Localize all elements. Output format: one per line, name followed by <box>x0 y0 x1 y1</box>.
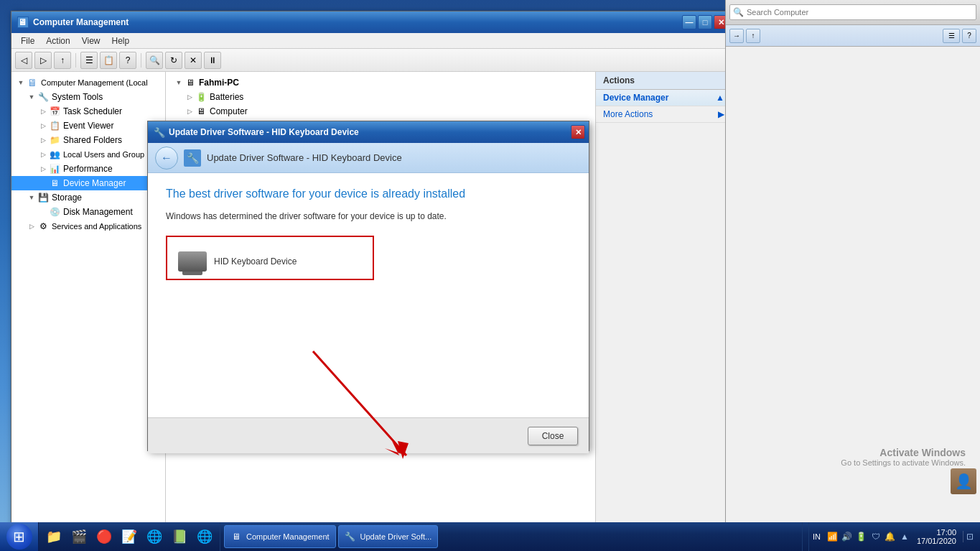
show-desktop[interactable]: ⊡ <box>963 531 974 542</box>
expand-icon: ▷ <box>184 91 195 103</box>
cm-sidebar: ▼ 🖥 Computer Management (Local ▼ 🔧 Syste… <box>11 72 166 527</box>
tree-item-device-manager[interactable]: 🖥 Device Manager <box>11 176 165 190</box>
tree-item-disk-mgmt[interactable]: 💿 Disk Management <box>11 205 165 219</box>
toolbar-back[interactable]: ◁ <box>15 52 32 69</box>
explorer-toolbar: 🔍 <box>726 0 980 25</box>
tree-icon-computer: 🖥 <box>27 77 38 88</box>
cm-titlebar: 🖥 Computer Management — □ ✕ <box>11 11 732 33</box>
menu-view[interactable]: View <box>76 34 106 47</box>
minimize-button[interactable]: — <box>682 15 696 29</box>
systray-antivirus[interactable]: 🛡 <box>870 531 882 542</box>
tree-label-performance: Performance <box>63 164 113 174</box>
ql-explorer[interactable]: 📁 <box>42 525 65 548</box>
tree-item-local-users[interactable]: ▷ 👥 Local Users and Group <box>11 147 165 162</box>
tree-item-services[interactable]: ▷ ⚙ Services and Applications <box>11 219 165 233</box>
toolbar-disable[interactable]: ⏸ <box>204 52 221 69</box>
actions-device-manager-arrow: ▲ <box>716 93 724 103</box>
tree-icon-pc: 🖥 <box>185 77 196 88</box>
ql-office[interactable]: 📗 <box>168 525 191 548</box>
tree-icon-computer2: 🖥 <box>195 106 207 117</box>
toolbar-show-hide[interactable]: ☰ <box>80 52 98 69</box>
start-button[interactable]: ⊞ <box>0 522 39 551</box>
expand-icon: ▷ <box>37 106 49 117</box>
time-display: 17:00 <box>936 528 956 537</box>
tree-item-task-scheduler[interactable]: ▷ 📅 Task Scheduler <box>11 104 165 119</box>
actions-item-device-manager[interactable]: Device Manager ▲ <box>596 90 732 106</box>
dialog-icon: 🔧 <box>154 127 165 138</box>
tree-item-computer[interactable]: ▷ 🖥 Computer <box>169 104 592 119</box>
search-bar[interactable]: 🔍 <box>729 4 976 20</box>
menu-action[interactable]: Action <box>40 34 75 47</box>
ql-media[interactable]: 🎬 <box>67 525 90 548</box>
ql-net[interactable]: 🌐 <box>193 525 216 548</box>
explorer-change-view[interactable]: ☰ <box>943 29 960 43</box>
toolbar-help[interactable]: ? <box>119 52 136 69</box>
date-display: 17/01/2020 <box>917 537 956 545</box>
device-name-label: HID Keyboard Device <box>214 256 297 267</box>
activate-title: Activate Windows <box>841 447 966 458</box>
toolbar-update[interactable]: ↻ <box>165 52 182 69</box>
tree-item-fahmi-pc[interactable]: ▼ 🖥 Fahmi-PC <box>169 75 592 90</box>
systray-network[interactable]: 📶 <box>827 531 839 542</box>
explorer-help[interactable]: ? <box>962 29 976 43</box>
systray-expand[interactable]: ▲ <box>899 531 910 542</box>
systray: IN 📶 🔊 🔋 🛡 🔔 ▲ 17:00 17/01/2020 ⊡ <box>802 522 980 551</box>
systray-battery[interactable]: 🔋 <box>856 531 867 542</box>
dialog-footer: Close <box>148 417 589 453</box>
task-icon-cm: 🖥 <box>230 531 242 542</box>
explorer-nav-forward[interactable]: → <box>729 29 744 43</box>
tree-label: Event Viewer <box>63 121 113 131</box>
explorer-panel: 🔍 → ↑ ☰ ? Activate Windows Go to Setting… <box>725 0 980 524</box>
toolbar-forward[interactable]: ▷ <box>34 52 52 69</box>
taskbar-task-driver[interactable]: 🔧 Update Driver Soft... <box>338 525 439 548</box>
dialog-close-button[interactable]: Close <box>528 427 578 445</box>
systray-notifications[interactable]: 🔔 <box>885 531 896 542</box>
explorer-content <box>726 47 980 61</box>
expand-icon: ▼ <box>173 77 185 88</box>
tree-item-system-tools[interactable]: ▼ 🔧 System Tools <box>11 90 165 104</box>
tree-icon-users: 👥 <box>49 149 60 160</box>
cm-titlebar-buttons: — □ ✕ <box>682 15 728 29</box>
user-avatar[interactable]: 👤 <box>951 468 976 494</box>
tree-item-cm-local[interactable]: ▼ 🖥 Computer Management (Local <box>11 75 165 90</box>
tree-label: System Tools <box>52 92 103 102</box>
menu-file[interactable]: File <box>15 34 40 47</box>
avatar-image: 👤 <box>951 468 976 494</box>
cm-toolbar: ◁ ▷ ↑ ☰ 📋 ? 🔍 ↻ ✕ ⏸ <box>11 49 732 72</box>
taskbar-task-cm[interactable]: 🖥 Computer Management <box>224 525 336 548</box>
dialog-description: Windows has determined the driver softwa… <box>166 211 571 221</box>
toolbar-properties[interactable]: 📋 <box>100 52 117 69</box>
ql-media2[interactable]: 🔴 <box>93 525 116 548</box>
expand-icon: ▷ <box>37 149 49 160</box>
ql-browser[interactable]: 🌐 <box>143 525 166 548</box>
tree-label-cm-local: Computer Management (Local <box>41 78 148 87</box>
taskbar-tasks: 🖥 Computer Management 🔧 Update Driver So… <box>220 525 802 548</box>
systray-volume[interactable]: 🔊 <box>841 531 853 542</box>
dialog-success-text: The best driver software for your device… <box>166 187 571 200</box>
taskbar: ⊞ 📁 🎬 🔴 📝 🌐 📗 🌐 🖥 Computer Management 🔧 … <box>0 522 980 551</box>
expand-icon <box>37 177 49 189</box>
maximize-button[interactable]: □ <box>698 15 712 29</box>
dialog-close-x[interactable]: ✕ <box>571 125 585 139</box>
menu-help[interactable]: Help <box>106 34 136 47</box>
explorer-nav: → ↑ ☰ ? <box>726 25 980 47</box>
dialog-back-button[interactable]: ← <box>155 147 178 170</box>
dialog-body: The best driver software for your device… <box>148 173 589 417</box>
toolbar-scan[interactable]: 🔍 <box>146 52 163 69</box>
tree-item-shared-folders[interactable]: ▷ 📁 Shared Folders <box>11 133 165 147</box>
clock[interactable]: 17:00 17/01/2020 <box>913 528 960 545</box>
tree-label-batteries: Batteries <box>210 92 243 102</box>
activate-windows-notice: Activate Windows Go to Settings to activ… <box>841 447 966 467</box>
tree-item-performance[interactable]: ▷ 📊 Performance <box>11 162 165 176</box>
actions-item-more[interactable]: More Actions ▶ <box>596 106 732 123</box>
search-input[interactable] <box>747 8 973 17</box>
tree-item-event-viewer[interactable]: ▷ 📋 Event Viewer <box>11 119 165 133</box>
explorer-nav-up[interactable]: ↑ <box>746 29 760 43</box>
toolbar-uninstall[interactable]: ✕ <box>185 52 202 69</box>
tree-icon-folders: 📁 <box>49 134 60 146</box>
language-indicator[interactable]: IN <box>808 522 824 551</box>
tree-item-storage[interactable]: ▼ 💾 Storage <box>11 190 165 205</box>
tree-item-batteries[interactable]: ▷ 🔋 Batteries <box>169 90 592 104</box>
ql-word[interactable]: 📝 <box>118 525 141 548</box>
toolbar-up[interactable]: ↑ <box>54 52 71 69</box>
